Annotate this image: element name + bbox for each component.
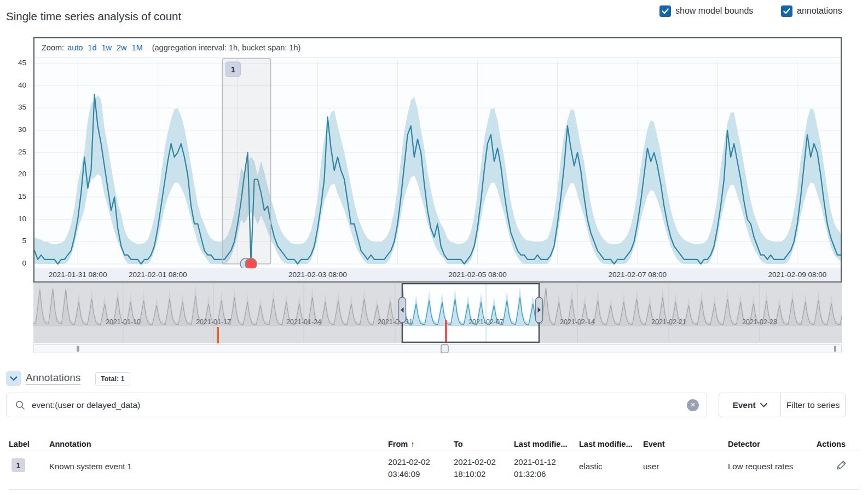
column-header-annotation[interactable]: Annotation [49,440,91,448]
event-filter-dropdown[interactable]: Event [719,393,781,417]
zoom-link-1w[interactable]: 1w [101,43,112,52]
y-tick-label: 0 [22,259,26,267]
x-tick-label: 2021-02-05 08:00 [448,270,507,279]
zoom-link-1d[interactable]: 1d [88,43,96,52]
x-axis: 2021-01-31 08:002021-02-01 08:002021-02-… [34,268,841,281]
annotations-table: Label Annotation From↑ To Last modifie..… [0,435,868,490]
column-header-actions: Actions [817,440,846,448]
annotations-total-badge: Total: 1 [95,372,130,385]
to-cell: 2021-02-02 18:10:02 [454,456,496,480]
from-cell: 2021-02-02 03:46:09 [388,456,430,480]
x-tick-label: 2021-02-07 08:00 [608,270,667,279]
svg-text:2021-01-17: 2021-01-17 [196,318,231,326]
annotations-heading[interactable]: Annotations [26,372,80,384]
event-button-label: Event [732,400,755,410]
y-axis-ticks: 051015202530354045 [10,0,26,495]
column-header-to[interactable]: To [454,440,463,448]
x-tick-label: 2021-02-03 08:00 [288,270,347,279]
svg-text:2021-01-24: 2021-01-24 [286,318,321,326]
search-query-text: event:(user or delayed_data) [32,400,687,410]
column-header-last-modified-date[interactable]: Last modifie... [514,440,568,448]
y-tick-label: 35 [18,103,26,111]
table-header-divider [9,451,859,451]
zoom-link-auto[interactable]: auto [67,43,83,52]
clear-search-button[interactable]: ✕ [687,399,699,411]
zoom-link-2w[interactable]: 2w [117,43,127,52]
annotations-checkbox-group: annotations [781,4,842,18]
last-modified-date-cell: 2021-01-12 01:32:06 [514,456,556,480]
check-icon [783,8,790,14]
x-tick-label: 2021-02-09 08:00 [768,270,827,279]
annotation-cell: Known system event 1 [49,462,132,471]
filter-button-group: Event Filter to series [719,393,846,417]
zoom-link-1M[interactable]: 1M [132,43,143,52]
svg-text:2021-02-14: 2021-02-14 [560,318,595,326]
y-tick-label: 30 [18,125,26,134]
check-icon [662,8,669,14]
y-tick-label: 45 [18,59,26,67]
column-header-detector[interactable]: Detector [728,440,760,448]
detector-cell: Low request rates [728,462,793,471]
main-time-series-chart[interactable]: 1 [34,57,841,268]
svg-text:2021-02-28: 2021-02-28 [742,318,777,326]
event-cell: user [643,462,659,471]
y-tick-label: 40 [18,80,26,89]
column-header-last-modified-by[interactable]: Last modifie... [579,440,633,448]
svg-text:2021-01-31: 2021-01-31 [378,318,413,326]
x-tick-label: 2021-02-01 08:00 [129,270,187,279]
show-model-bounds-checkbox-group: show model bounds [659,4,753,18]
aggregation-interval-note: (aggregation interval: 1h, bucket span: … [152,43,301,52]
navigator-scrollbar[interactable] [33,344,842,353]
show-model-bounds-checkbox[interactable] [659,5,671,17]
annotations-checkbox[interactable] [781,5,792,17]
annotations-collapse-button[interactable] [6,371,21,386]
annotations-label[interactable]: annotations [797,6,842,16]
y-tick-label: 15 [18,192,26,200]
chevron-down-icon [10,376,18,381]
column-header-event[interactable]: Event [643,440,665,448]
y-tick-label: 5 [22,237,26,245]
chevron-down-icon [760,403,767,407]
from-label: From [388,440,408,448]
table-row-divider [9,489,859,490]
page-title: Single time series analysis of count [6,10,181,23]
show-model-bounds-label[interactable]: show model bounds [675,6,753,16]
context-navigator-chart[interactable]: 2021-01-102021-01-172021-01-242021-01-31… [33,283,842,343]
modified-date: 2021-01-12 [514,456,556,468]
time-series-chart-panel: Zoom: auto 1d 1w 2w 1M (aggregation inte… [33,37,842,283]
to-date: 2021-02-02 [454,456,496,468]
annotations-search-input[interactable]: event:(user or delayed_data) ✕ [6,393,707,417]
y-tick-label: 10 [18,214,26,222]
zoom-controls-bar: Zoom: auto 1d 1w 2w 1M (aggregation inte… [34,38,841,57]
modified-time: 01:32:06 [514,468,556,480]
filter-to-series-button[interactable]: Filter to series [781,393,845,417]
search-icon [15,400,25,410]
svg-text:2021-02-21: 2021-02-21 [651,318,686,326]
from-time: 03:46:09 [388,468,430,480]
edit-annotation-pencil-icon[interactable] [836,459,847,470]
svg-text:1: 1 [231,65,235,74]
last-modified-by-cell: elastic [579,462,603,471]
from-date: 2021-02-02 [388,456,430,468]
annotation-label-badge: 1 [11,458,25,472]
sort-ascending-icon: ↑ [410,440,414,448]
zoom-label: Zoom: [42,43,64,52]
svg-text:2021-02-07: 2021-02-07 [468,318,504,326]
column-header-label[interactable]: Label [9,440,30,448]
column-header-from[interactable]: From↑ [388,440,415,448]
to-time: 18:10:02 [454,468,496,480]
y-tick-label: 20 [18,170,26,178]
svg-text:2021-01-10: 2021-01-10 [106,318,141,326]
y-tick-label: 25 [18,147,26,156]
x-tick-label: 2021-01-31 08:00 [49,270,107,279]
